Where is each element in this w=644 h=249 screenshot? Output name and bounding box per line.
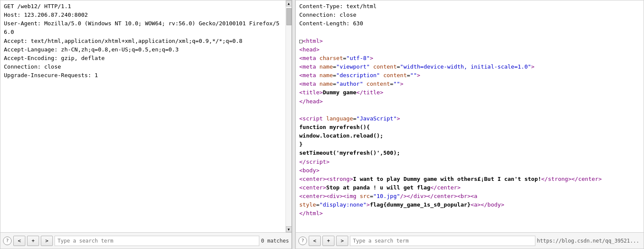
panel-divider [292, 0, 295, 249]
right-next-button[interactable]: > [336, 236, 348, 246]
right-panel: Content-Type: text/htmlConnection: close… [295, 0, 644, 249]
scroll-up-arrow[interactable]: ▲ [286, 0, 292, 6]
request-text: GET /web12/ HTTP/1.1Host: 123.206.87.240… [4, 2, 282, 80]
left-panel-content: GET /web12/ HTTP/1.1Host: 123.206.87.240… [0, 0, 292, 232]
left-prev-button[interactable]: < [13, 236, 25, 246]
right-search-input[interactable] [350, 236, 535, 246]
left-panel-footer: ? < + > 0 matches [0, 232, 292, 249]
right-panel-content: Content-Type: text/htmlConnection: close… [296, 0, 644, 232]
scroll-track [286, 6, 292, 226]
status-url: https://blog.csdn.net/qq_39521... [537, 238, 641, 244]
scroll-down-arrow[interactable]: ▼ [286, 226, 292, 232]
right-add-button[interactable]: + [322, 236, 334, 246]
left-add-button[interactable]: + [27, 236, 39, 246]
right-help-button[interactable]: ? [298, 237, 307, 245]
left-help-button[interactable]: ? [3, 237, 12, 245]
response-text: Content-Type: text/htmlConnection: close… [299, 2, 640, 218]
left-panel: GET /web12/ HTTP/1.1Host: 123.206.87.240… [0, 0, 292, 249]
left-matches-label: 0 matches [261, 238, 289, 244]
left-next-button[interactable]: > [41, 236, 53, 246]
right-panel-footer: ? < + > https://blog.csdn.net/qq_39521..… [296, 232, 644, 249]
left-search-input[interactable] [55, 236, 259, 246]
left-scrollbar[interactable]: ▲ ▼ [286, 0, 292, 232]
right-prev-button[interactable]: < [309, 236, 321, 246]
scroll-thumb[interactable] [286, 8, 292, 25]
